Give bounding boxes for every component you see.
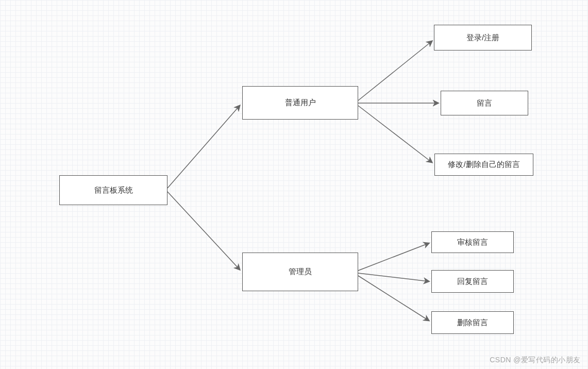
node-edit-delete-own: 修改/删除自己的留言 (434, 154, 533, 176)
node-normal-user: 普通用户 (242, 86, 358, 120)
node-reply-message: 回复留言 (431, 270, 514, 293)
edge-admin-to-delete (358, 276, 429, 321)
node-delete-message: 删除留言 (431, 311, 514, 334)
node-admin-label: 管理员 (289, 267, 312, 277)
node-post-message-label: 留言 (477, 98, 492, 108)
edge-admin-to-review (358, 243, 429, 271)
node-root: 留言板系统 (59, 175, 167, 205)
node-post-message: 留言 (441, 91, 528, 115)
edge-root-to-admin (167, 192, 240, 270)
node-login-register-label: 登录/注册 (466, 33, 499, 43)
edge-root-to-normal-user (167, 106, 240, 188)
edge-normal-user-to-login (358, 41, 432, 100)
node-admin: 管理员 (242, 253, 358, 291)
edge-admin-to-reply (358, 273, 429, 281)
edge-normal-user-to-edit (358, 106, 432, 162)
node-edit-delete-own-label: 修改/删除自己的留言 (448, 160, 519, 170)
node-reply-message-label: 回复留言 (457, 277, 488, 287)
node-delete-message-label: 删除留言 (457, 318, 488, 328)
node-normal-user-label: 普通用户 (285, 98, 316, 108)
node-review-message: 审核留言 (431, 231, 514, 253)
node-review-message-label: 审核留言 (457, 238, 488, 247)
node-login-register: 登录/注册 (434, 25, 532, 51)
watermark: CSDN @爱写代码的小朋友 (490, 356, 581, 365)
node-root-label: 留言板系统 (94, 186, 133, 195)
